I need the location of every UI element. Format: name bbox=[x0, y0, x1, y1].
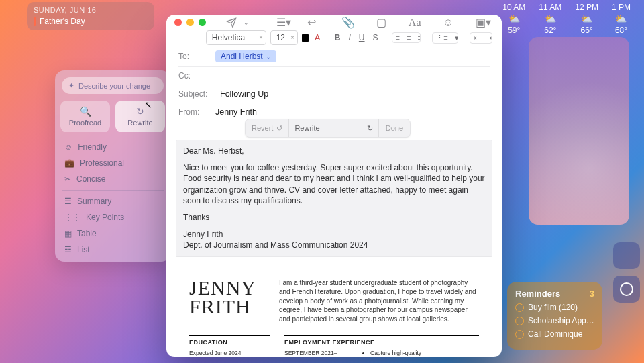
keypoints-icon: ⋮⋮ bbox=[64, 213, 80, 222]
subject-field[interactable]: Subject:Following Up bbox=[178, 85, 490, 103]
revert-button[interactable]: Revert↺ bbox=[246, 124, 288, 133]
compose-window: ⌄ ☰▾ ↩ 📎 ▢ Aa ☺ ▣▾ Helvetica 12 A̶ B I U… bbox=[166, 15, 502, 357]
magnify-text-icon: 🔍 bbox=[80, 106, 91, 117]
redo-icon[interactable]: ↻ bbox=[367, 124, 373, 133]
body-greeting: Dear Ms. Herbst, bbox=[183, 146, 485, 156]
weather-icon: ⛅ bbox=[508, 13, 520, 24]
reminders-count: 3 bbox=[590, 289, 594, 299]
weather-widget[interactable]: 10 AM⛅59° 11 AM⛅62° 12 PM⛅66° 1 PM⛅68° bbox=[502, 3, 631, 35]
transform-summary[interactable]: ☰Summary bbox=[62, 193, 164, 209]
photo-browser-icon[interactable]: ▢ bbox=[374, 15, 389, 30]
format-toolbar: Helvetica 12 A̶ B I U S ≡≡≡ ⋮≡▾ ⇤⇥ bbox=[166, 30, 502, 45]
sparkle-icon: ✦ bbox=[68, 81, 74, 90]
weather-hour: 1 PM⛅68° bbox=[612, 3, 631, 35]
done-button[interactable]: Done bbox=[379, 124, 410, 132]
event-accent-bar bbox=[34, 17, 36, 26]
message-headers: To:Andi Herbst Cc: Subject:Following Up … bbox=[166, 45, 502, 122]
reply-icon[interactable]: ↩ bbox=[305, 15, 319, 30]
transform-keypoints[interactable]: ⋮⋮Key Points bbox=[62, 209, 164, 225]
variant-label: Rewrite bbox=[294, 124, 319, 132]
emoji-icon[interactable]: ☺ bbox=[440, 15, 456, 30]
resume-name: JENNYFRITH bbox=[189, 278, 256, 317]
proofread-button[interactable]: 🔍Proofread bbox=[60, 101, 110, 132]
smile-icon: ☺ bbox=[64, 142, 72, 152]
close-icon[interactable] bbox=[174, 19, 182, 26]
send-options-chevron-icon[interactable]: ⌄ bbox=[244, 19, 249, 26]
font-family-select[interactable]: Helvetica bbox=[206, 30, 266, 45]
reminders-widget[interactable]: Reminders3 Buy film (120) Scholarship Ap… bbox=[507, 282, 602, 350]
table-icon: ▦ bbox=[64, 229, 72, 238]
weather-icon: ⛅ bbox=[615, 13, 627, 24]
insert-icon[interactable]: ▣▾ bbox=[473, 15, 494, 30]
reminder-item[interactable]: Buy film (120) bbox=[515, 303, 594, 312]
undo-icon: ↺ bbox=[276, 124, 282, 133]
align-group[interactable]: ≡≡≡ bbox=[392, 32, 421, 43]
traffic-lights[interactable] bbox=[174, 19, 206, 26]
resume-education-entry: Expected June 2024 BACHELOR OF FINE ARTS… bbox=[189, 350, 270, 357]
resume-employment-entry: SEPTEMBER 2021–PRESENT Photographer CAMP… bbox=[284, 350, 352, 357]
underline-button[interactable]: U bbox=[357, 33, 367, 42]
reminder-toggle-icon[interactable] bbox=[515, 303, 524, 312]
calendar-event[interactable]: Father's Day bbox=[34, 17, 148, 26]
reminders-title: Reminders bbox=[515, 289, 560, 299]
photo-widget[interactable] bbox=[529, 37, 629, 225]
resume-attachment-preview[interactable]: JENNYFRITH I am a third-year student und… bbox=[176, 265, 492, 358]
cc-field[interactable]: Cc: bbox=[178, 67, 490, 85]
rewrite-icon: ↻ bbox=[136, 106, 144, 117]
weather-icon: ⛅ bbox=[581, 13, 592, 24]
tone-friendly[interactable]: ☺Friendly bbox=[62, 139, 164, 155]
window-toolbar: ⌄ ☰▾ ↩ 📎 ▢ Aa ☺ ▣▾ bbox=[166, 15, 502, 30]
reminder-item[interactable]: Scholarship App… bbox=[515, 316, 594, 325]
indent-icon: ⇥ bbox=[483, 33, 492, 43]
recipient-chip[interactable]: Andi Herbst bbox=[215, 50, 276, 62]
mini-widget[interactable] bbox=[613, 276, 640, 303]
transform-list[interactable]: ☲List bbox=[62, 242, 164, 258]
describe-change-input[interactable]: ✦Describe your change bbox=[62, 77, 164, 94]
mini-widget[interactable] bbox=[613, 242, 640, 269]
resume-bullets: Capture high-quality photographs to acco… bbox=[364, 350, 445, 357]
summary-icon: ☰ bbox=[64, 197, 72, 206]
strike-button[interactable]: S bbox=[371, 33, 380, 42]
zoom-icon[interactable] bbox=[199, 19, 206, 26]
concise-icon: ✂ bbox=[64, 174, 71, 184]
weather-icon: ⛅ bbox=[545, 13, 556, 24]
font-size-select[interactable]: 12 bbox=[270, 30, 298, 45]
reminder-toggle-icon[interactable] bbox=[515, 330, 524, 339]
briefcase-icon: 💼 bbox=[64, 158, 74, 168]
writing-tools-panel: ✦Describe your change 🔍Proofread ↻Rewrit… bbox=[55, 70, 170, 262]
list-icon: ☲ bbox=[64, 245, 72, 254]
body-paragraph: Nice to meet you for coffee yesterday. S… bbox=[183, 162, 485, 206]
transform-table[interactable]: ▦Table bbox=[62, 225, 164, 242]
calendar-date: SUNDAY, JUN 16 bbox=[34, 6, 148, 14]
resume-employment-heading: EMPLOYMENT EXPERIENCE bbox=[284, 335, 479, 346]
reminder-item[interactable]: Call Dominique bbox=[515, 329, 594, 339]
align-center-icon: ≡ bbox=[403, 33, 414, 42]
resume-education-heading: EDUCATION bbox=[189, 335, 270, 346]
attach-icon[interactable]: 📎 bbox=[339, 15, 358, 30]
clear-style-icon[interactable]: A̶ bbox=[313, 33, 322, 42]
list-group[interactable]: ⋮≡▾ bbox=[432, 32, 458, 44]
align-right-icon: ≡ bbox=[414, 33, 421, 42]
to-field[interactable]: To:Andi Herbst bbox=[178, 46, 490, 67]
rewrite-button[interactable]: ↻Rewrite bbox=[115, 101, 165, 132]
italic-button[interactable]: I bbox=[347, 33, 353, 42]
indent-group[interactable]: ⇤⇥ bbox=[470, 32, 492, 44]
outdent-icon: ⇤ bbox=[470, 33, 483, 43]
tone-concise[interactable]: ✂Concise bbox=[62, 171, 164, 187]
calendar-widget[interactable]: SUNDAY, JUN 16 Father's Day bbox=[27, 2, 154, 30]
message-body-selection[interactable]: Dear Ms. Herbst, Nice to meet you for co… bbox=[176, 140, 492, 257]
weather-hour: 10 AM⛅59° bbox=[502, 3, 525, 35]
header-fields-button[interactable]: ☰▾ bbox=[274, 15, 294, 30]
reminder-toggle-icon[interactable] bbox=[515, 317, 524, 325]
align-left-icon: ≡ bbox=[392, 33, 403, 42]
rewrite-result-bar: Revert↺ Rewrite↻ Done bbox=[245, 119, 411, 138]
text-color-swatch[interactable] bbox=[302, 34, 309, 42]
send-button[interactable] bbox=[223, 16, 239, 30]
bold-button[interactable]: B bbox=[333, 33, 343, 42]
weather-hour: 12 PM⛅66° bbox=[575, 3, 598, 35]
format-button[interactable]: Aa bbox=[406, 15, 424, 30]
body-thanks: Thanks bbox=[183, 212, 485, 223]
tone-professional[interactable]: 💼Professional bbox=[62, 155, 164, 171]
body-signature: Jenny FrithDept. of Journalism and Mass … bbox=[183, 229, 485, 250]
minimize-icon[interactable] bbox=[186, 19, 194, 26]
